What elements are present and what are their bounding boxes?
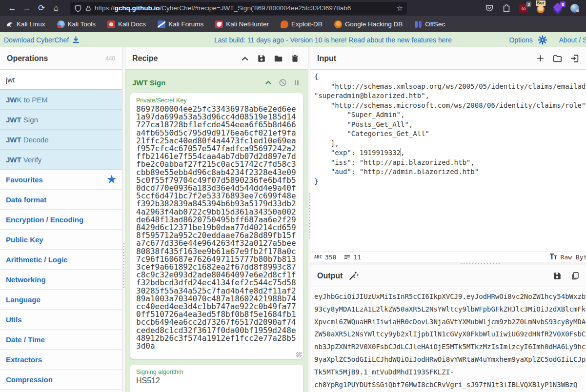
clear-recipe-trash-icon[interactable] — [291, 54, 299, 63]
bookmark-label: Kali Tools — [68, 20, 96, 28]
bookmark-kali-nethunter[interactable]: Kali NetHunter — [215, 20, 269, 28]
download-cyberchef-link[interactable]: Download CyberChef — [0, 36, 80, 44]
url-scheme: https:// — [95, 4, 115, 12]
offsec-favicon — [414, 20, 422, 28]
key-arg-label: Private/Secret Key — [136, 97, 297, 104]
save-output-icon[interactable] — [553, 272, 562, 280]
operation-name: JWT Sign — [132, 78, 165, 87]
signing-algorithm-select[interactable]: HS512 — [136, 376, 297, 385]
url-fade — [371, 4, 394, 12]
kali-forums-favicon — [158, 20, 165, 28]
bookmark-kali-linux[interactable]: Kali Linux — [6, 20, 45, 28]
textarea-resize-grip[interactable] — [296, 352, 302, 357]
category-encryption-encoding[interactable]: Encryption / Encoding — [0, 210, 122, 230]
home-icon[interactable]: ⌂ — [49, 3, 63, 13]
magic-wand-icon[interactable] — [348, 271, 359, 281]
reload-icon[interactable]: ⟳ — [34, 3, 49, 13]
options-link[interactable]: Options — [509, 36, 532, 44]
open-input-icon[interactable] — [570, 54, 579, 63]
category-language[interactable]: Language — [0, 290, 122, 310]
collapse-recipe-icon[interactable] — [241, 54, 249, 63]
about-support-link[interactable]: About / Support — [559, 36, 586, 44]
new-features-link[interactable]: here — [438, 36, 452, 44]
private-secret-key-textarea[interactable]: 8697800004ee25fc33436978ab6e2ed6ee1a97da… — [136, 105, 296, 350]
operation-result-jwt-verify[interactable]: JWT Verify — [0, 150, 122, 170]
open-file-folder-icon[interactable] — [553, 54, 562, 63]
add-input-tab-icon[interactable] — [536, 54, 545, 62]
operations-recipe-splitter[interactable] — [122, 47, 125, 392]
operations-search-input[interactable] — [0, 70, 122, 90]
category-public-key[interactable]: Public Key — [0, 230, 122, 250]
io-panel: Input { "http://schemas.xmlsoap.org/ws/2… — [310, 47, 586, 392]
pocket-icon[interactable] — [485, 4, 494, 13]
splitter-grip[interactable] — [461, 263, 501, 264]
load-recipe-folder-icon[interactable] — [274, 54, 283, 63]
operation-result-jwk-to-pem[interactable]: JWK to PEM — [0, 90, 122, 110]
bookmarks-bar: Kali Linux Kali Tools Kali Docs Kali For… — [0, 16, 586, 32]
operations-count: 440 — [105, 55, 115, 62]
bookmark-kali-forums[interactable]: Kali Forums — [158, 20, 203, 28]
category-arithmetic-logic[interactable]: Arithmetic / Logic — [0, 250, 122, 270]
category-compression[interactable]: Compression — [0, 370, 122, 390]
bookmark-google-hacking-db[interactable]: Google Hacking DB — [334, 20, 403, 28]
recipe-operation-jwt-sign[interactable]: JWT Sign — [125, 73, 308, 92]
burp-circle — [537, 5, 545, 13]
category-networking[interactable]: Networking — [0, 270, 122, 290]
shield-icon[interactable] — [74, 4, 82, 12]
extensions-puzzle-icon[interactable] — [502, 4, 511, 13]
url-text: https://gchq.github.io/CyberChef/#recipe… — [95, 4, 394, 12]
globe-extension-icon[interactable] — [570, 4, 579, 13]
splitter-grip[interactable] — [123, 243, 124, 288]
bookmark-offsec[interactable]: OffSec — [414, 20, 445, 28]
character-encoding-icon[interactable]: TT — [549, 253, 557, 261]
line-count-icon — [344, 254, 350, 260]
bookmark-label: OffSec — [425, 20, 445, 28]
url-path: /CyberChef/#recipe=JWT_Sign('8697800004e… — [160, 4, 351, 12]
bookmark-label: Kali Forums — [168, 20, 203, 28]
category-utils[interactable]: Utils — [0, 310, 122, 330]
input-editor[interactable]: { "http://schemas.xmlsoap.org/ws/2005/05… — [310, 70, 586, 252]
operation-result-jwt-sign[interactable]: JWT Sign — [0, 110, 122, 130]
collapse-operation-icon[interactable] — [264, 78, 272, 86]
line-count: 11 — [353, 254, 361, 261]
category-data-format[interactable]: Data format — [0, 190, 122, 210]
category-extractors[interactable]: Extractors — [0, 350, 122, 370]
foxyproxy-extension-icon[interactable]: 8 — [553, 4, 562, 13]
browser-toolbar: ← → ⟳ ⌂ https://gchq.github.io/CyberChef… — [0, 0, 586, 16]
gear-icon[interactable] — [538, 35, 547, 45]
back-icon[interactable]: ← — [5, 3, 20, 13]
bookmark-exploit-db[interactable]: Exploit-DB — [281, 20, 323, 28]
input-header: Input — [310, 47, 586, 70]
disable-operation-icon[interactable] — [279, 78, 287, 87]
bookmark-kali-tools[interactable]: Kali Tools — [57, 20, 96, 28]
input-output-splitter[interactable] — [310, 262, 586, 265]
toolbar-extensions: ω3 Bur 8 — [485, 4, 581, 13]
lock-icon[interactable] — [85, 5, 92, 12]
category-date-time[interactable]: Date / Time — [0, 330, 122, 350]
bookmark-kali-docs[interactable]: Kali Docs — [107, 20, 146, 28]
favourites-star-icon: ★ — [107, 174, 116, 185]
bookmark-label: Kali Linux — [17, 20, 45, 28]
kali-linux-favicon — [6, 20, 14, 28]
character-encoding-value[interactable]: Raw Bytes — [561, 254, 586, 261]
save-recipe-icon[interactable] — [257, 54, 266, 63]
bookmark-label: Kali NetHunter — [226, 20, 269, 28]
url-bar[interactable]: https://gchq.github.io/CyberChef/#recipe… — [70, 2, 407, 15]
wappalyzer-extension-icon[interactable]: ω3 — [519, 4, 528, 13]
burp-label: Bur — [536, 0, 546, 6]
forward-icon[interactable]: → — [20, 3, 34, 13]
recipe-list: JWT Sign Private/Secret Key 8697800004ee… — [125, 70, 308, 392]
url-host: gchq.github.io — [115, 4, 160, 12]
cyberchef-main: Operations 440 JWK to PEM JWT Sign JWT D… — [0, 47, 586, 392]
category-favourites[interactable]: Favourites★ — [0, 170, 122, 190]
bookmark-label: Exploit-DB — [291, 20, 323, 28]
bookmark-star-icon[interactable]: ☆ — [397, 4, 403, 13]
input-text: { "http://schemas.xmlsoap.org/ws/2005/05… — [314, 73, 586, 185]
char-count-icon: ABC — [314, 255, 322, 259]
copy-output-icon[interactable] — [571, 272, 579, 280]
bookmark-label: Google Hacking DB — [345, 20, 403, 28]
banner-right: Options About / Support — [509, 32, 586, 47]
operation-result-jwt-decode[interactable]: JWT Decode — [0, 130, 122, 150]
burp-extension-icon[interactable]: Bur — [536, 4, 545, 13]
breakpoint-pause-icon[interactable] — [293, 79, 300, 86]
